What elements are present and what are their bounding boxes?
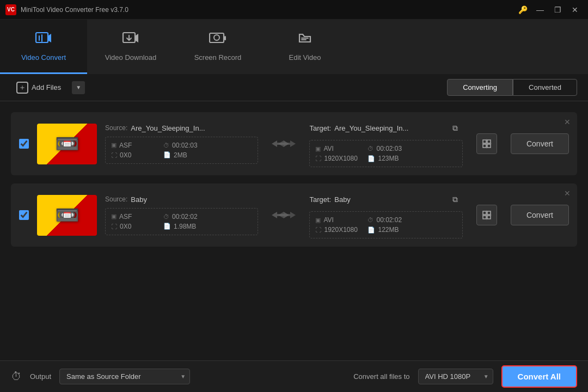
- target-format-2: ▣ AVI: [315, 216, 359, 224]
- svg-rect-6: [224, 36, 226, 40]
- source-label-text-1: Source:: [105, 124, 127, 132]
- target-label-text-1: Target:: [309, 124, 331, 132]
- target-filename-1: Are_You_Sleeping_In...: [334, 124, 408, 132]
- convert-all-button[interactable]: Convert All: [501, 365, 577, 388]
- tab-converting[interactable]: Converting: [447, 79, 513, 96]
- close-button[interactable]: ✕: [567, 3, 583, 16]
- source-size-1: 📄 2MB: [163, 151, 207, 159]
- edit-video-icon: [296, 31, 314, 49]
- convert-all-files-label: Convert all files to: [353, 372, 409, 381]
- nav-item-video-convert[interactable]: Video Convert: [0, 20, 87, 74]
- source-format-2: ▣ ASF: [111, 213, 155, 220]
- source-size-2: 📄 1.98MB: [163, 223, 207, 230]
- cassette-icon-1: 📼: [55, 132, 79, 155]
- cassette-icon-2: 📼: [55, 204, 79, 226]
- video-convert-icon: [35, 31, 52, 49]
- preview-2-button[interactable]: [476, 205, 497, 225]
- file-1-source-info: Source: Are_You_Sleeping_In... ▣ ASF ⏱ 0…: [105, 124, 258, 164]
- nav-item-video-download[interactable]: Video Download: [87, 20, 174, 74]
- format-select-wrap: AVI HD 1080P MP4 HD 1080P MKV HD 1080P M…: [418, 369, 493, 384]
- target-size-1: 📄 123MB: [367, 155, 411, 162]
- file-1-thumbnail: 📼: [37, 124, 97, 164]
- preview-1-button[interactable]: [476, 133, 497, 154]
- target-format-1: ▣ AVI: [315, 145, 359, 152]
- target-size-2: 📄 122MB: [367, 226, 411, 234]
- format-select[interactable]: AVI HD 1080P MP4 HD 1080P MKV HD 1080P M…: [418, 369, 493, 384]
- minimize-button[interactable]: —: [532, 3, 548, 16]
- titlebar: VC MiniTool Video Converter Free v3.7.0 …: [0, 0, 588, 20]
- source-meta-2: ▣ ASF ⏱ 00:02:02 ⛶ 0X0 📄 1.98MB: [105, 208, 258, 235]
- arrows-2: [266, 209, 301, 221]
- window-controls: 🔑 — ❐ ✕: [515, 3, 583, 16]
- nav-item-screen-record[interactable]: Screen Record: [174, 20, 261, 74]
- arrows-1: [266, 138, 301, 150]
- nav-label-edit-video: Edit Video: [289, 53, 321, 62]
- file-1-checkbox[interactable]: [19, 139, 29, 149]
- nav-label-video-convert: Video Convert: [21, 53, 66, 62]
- nav-label-video-download: Video Download: [105, 53, 156, 62]
- file-1-target-info: Target: Are_You_Sleeping_In... ⧉ ▣ AVI ⏱…: [309, 120, 462, 167]
- main-content: ✕ 📼 Source: Are_You_Sleeping_In... ▣ ASF…: [0, 101, 588, 258]
- file-2-target-info: Target: Baby ⧉ ▣ AVI ⏱ 00:02:02 ⛶ 1920X1…: [309, 192, 462, 238]
- target-edit-1-button[interactable]: ⧉: [448, 120, 463, 136]
- source-duration-2: ⏱ 00:02:02: [163, 213, 207, 220]
- target-filename-2: Baby: [334, 195, 351, 204]
- nav-label-screen-record: Screen Record: [194, 53, 242, 62]
- source-filename-1: Are_You_Sleeping_In...: [131, 124, 205, 132]
- add-files-button[interactable]: ＋ Add Files: [11, 78, 66, 97]
- source-duration-1: ⏱ 00:02:03: [163, 142, 207, 149]
- tab-group: Converting Converted: [447, 79, 577, 96]
- target-resolution-1: ⛶ 1920X1080: [315, 155, 359, 162]
- target-resolution-2: ⛶ 1920X1080: [315, 226, 359, 234]
- file-2-checkbox[interactable]: [19, 210, 29, 220]
- source-resolution-1: ⛶ 0X0: [111, 151, 155, 159]
- target-edit-2-button[interactable]: ⧉: [448, 192, 463, 207]
- source-resolution-2: ⛶ 0X0: [111, 223, 155, 230]
- source-meta-1: ▣ ASF ⏱ 00:02:03 ⛶ 0X0 📄 2MB: [105, 137, 258, 164]
- app-title: MiniTool Video Converter Free v3.7.0: [21, 6, 511, 14]
- file-card-2: ✕ 📼 Source: Baby ▣ ASF ⏱ 00:02:02 ⛶: [11, 183, 577, 247]
- nav-item-edit-video[interactable]: Edit Video: [261, 20, 348, 74]
- bottom-bar: ⏱ Output Same as Source Folder ▼ Convert…: [0, 360, 588, 392]
- output-select-wrap: Same as Source Folder ▼: [59, 369, 190, 384]
- target-duration-2: ⏱ 00:02:02: [367, 216, 411, 224]
- target-meta-1: ▣ AVI ⏱ 00:02:03 ⛶ 1920X1080 📄 123MB: [309, 140, 462, 167]
- output-icon: ⏱: [11, 370, 22, 383]
- toolbar: ＋ Add Files ▼ Converting Converted: [0, 74, 588, 101]
- target-label-text-2: Target:: [309, 195, 331, 204]
- output-folder-select[interactable]: Same as Source Folder: [59, 369, 190, 384]
- source-filename-2: Baby: [131, 195, 147, 204]
- close-card-1-button[interactable]: ✕: [562, 117, 573, 127]
- tab-converted[interactable]: Converted: [513, 79, 577, 96]
- target-duration-1: ⏱ 00:02:03: [367, 145, 411, 152]
- add-files-icon: ＋: [16, 82, 28, 94]
- output-label: Output: [30, 372, 51, 381]
- add-files-label: Add Files: [32, 83, 61, 91]
- restore-button[interactable]: ❐: [550, 3, 565, 16]
- close-card-2-button[interactable]: ✕: [562, 188, 573, 199]
- add-files-dropdown[interactable]: ▼: [72, 81, 85, 94]
- source-label-text-2: Source:: [105, 195, 127, 203]
- convert-1-button[interactable]: Convert: [511, 133, 569, 154]
- nav-bar: Video Convert Video Download Screen Reco…: [0, 20, 588, 74]
- video-download-icon: [122, 31, 139, 49]
- file-2-source-info: Source: Baby ▣ ASF ⏱ 00:02:02 ⛶ 0X0 📄: [105, 195, 258, 235]
- file-card-1: ✕ 📼 Source: Are_You_Sleeping_In... ▣ ASF…: [11, 112, 577, 175]
- settings-button[interactable]: 🔑: [515, 3, 530, 16]
- target-meta-2: ▣ AVI ⏱ 00:02:02 ⛶ 1920X1080 📄 122MB: [309, 211, 462, 238]
- file-2-thumbnail: 📼: [37, 195, 97, 236]
- convert-2-button[interactable]: Convert: [511, 205, 569, 225]
- screen-record-icon: [209, 31, 226, 49]
- app-icon: VC: [5, 4, 16, 15]
- svg-point-5: [214, 35, 219, 40]
- source-format-1: ▣ ASF: [111, 142, 155, 149]
